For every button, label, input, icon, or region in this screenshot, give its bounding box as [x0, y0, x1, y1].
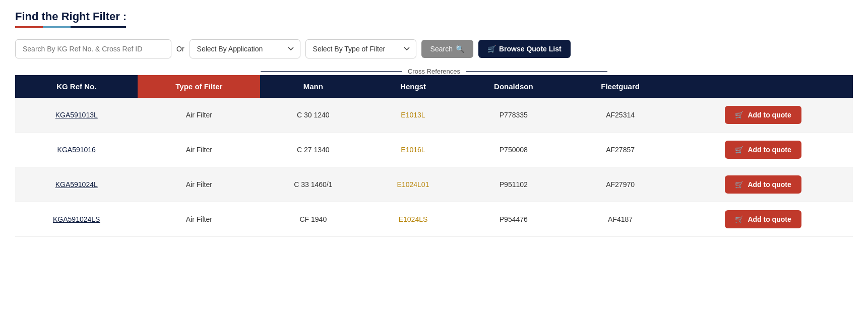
title-underline [15, 26, 126, 28]
cell-donaldson: P778335 [460, 98, 568, 133]
cross-ref-label: Cross References [15, 68, 853, 75]
or-text: Or [176, 45, 184, 53]
cart-icon: 🛒 [735, 146, 743, 154]
cross-ref-wrapper: Cross References [15, 68, 853, 75]
cell-donaldson: P951102 [460, 167, 568, 202]
browse-button-label: Browse Quote List [499, 45, 562, 53]
table-header-row: KG Ref No. Type of Filter Mann Hengst Do… [15, 75, 853, 98]
search-button-label: Search [430, 45, 453, 53]
col-header-type-filter: Type of Filter [138, 75, 260, 98]
col-header-fleetguard: Fleetguard [567, 75, 673, 98]
cell-kg-ref[interactable]: KGA591016 [15, 133, 138, 167]
cell-type-filter: Air Filter [138, 133, 260, 167]
cart-icon: 🛒 [735, 180, 743, 189]
cell-hengst: E1024L01 [366, 167, 460, 202]
page-title: Find the Right Filter : [15, 10, 853, 23]
browse-quote-button[interactable]: 🛒 Browse Quote List [478, 40, 571, 58]
cell-type-filter: Air Filter [138, 98, 260, 133]
cell-action: 🛒Add to quote [673, 133, 853, 167]
table-wrapper: KG Ref No. Type of Filter Mann Hengst Do… [15, 75, 853, 237]
col-header-donaldson: Donaldson [460, 75, 568, 98]
cell-mann: C 30 1240 [260, 98, 366, 133]
col-header-mann: Mann [260, 75, 366, 98]
search-bar: Or Select By Application Select By Type … [15, 39, 853, 58]
table-row: KGA591024LSAir FilterCF 1940E1024LSP9544… [15, 202, 853, 237]
search-input[interactable] [15, 39, 171, 58]
search-icon: 🔍 [456, 45, 464, 53]
cell-fleetguard: AF25314 [567, 98, 673, 133]
cell-hengst: E1013L [366, 98, 460, 133]
cell-fleetguard: AF4187 [567, 202, 673, 237]
table-row: KGA591024LAir FilterC 33 1460/1E1024L01P… [15, 167, 853, 202]
cell-type-filter: Air Filter [138, 167, 260, 202]
cart-icon: 🛒 [735, 111, 743, 119]
add-to-quote-button[interactable]: 🛒Add to quote [725, 141, 801, 159]
cart-icon: 🛒 [487, 45, 496, 53]
select-filter-dropdown[interactable]: Select By Type of Filter [305, 39, 416, 58]
cell-fleetguard: AF27857 [567, 133, 673, 167]
results-table: KG Ref No. Type of Filter Mann Hengst Do… [15, 75, 853, 237]
cell-mann: CF 1940 [260, 202, 366, 237]
cell-kg-ref[interactable]: KGA591013L [15, 98, 138, 133]
cell-action: 🛒Add to quote [673, 167, 853, 202]
cell-type-filter: Air Filter [138, 202, 260, 237]
cell-hengst: E1024LS [366, 202, 460, 237]
cell-hengst: E1016L [366, 133, 460, 167]
cell-mann: C 33 1460/1 [260, 167, 366, 202]
cart-icon: 🛒 [735, 215, 743, 223]
table-row: KGA591013LAir FilterC 30 1240E1013LP7783… [15, 98, 853, 133]
cell-action: 🛒Add to quote [673, 98, 853, 133]
cell-action: 🛒Add to quote [673, 202, 853, 237]
add-to-quote-button[interactable]: 🛒Add to quote [725, 210, 801, 228]
col-header-kg-ref: KG Ref No. [15, 75, 138, 98]
cell-donaldson: P750008 [460, 133, 568, 167]
add-to-quote-button[interactable]: 🛒Add to quote [725, 175, 801, 194]
table-row: KGA591016Air FilterC 27 1340E1016LP75000… [15, 133, 853, 167]
col-header-action [673, 75, 853, 98]
cell-kg-ref[interactable]: KGA591024L [15, 167, 138, 202]
cell-donaldson: P954476 [460, 202, 568, 237]
select-application-dropdown[interactable]: Select By Application [190, 39, 300, 58]
search-button[interactable]: Search 🔍 [421, 40, 473, 58]
add-to-quote-button[interactable]: 🛒Add to quote [725, 106, 801, 124]
cell-mann: C 27 1340 [260, 133, 366, 167]
cell-fleetguard: AF27970 [567, 167, 673, 202]
cell-kg-ref[interactable]: KGA591024LS [15, 202, 138, 237]
col-header-hengst: Hengst [366, 75, 460, 98]
